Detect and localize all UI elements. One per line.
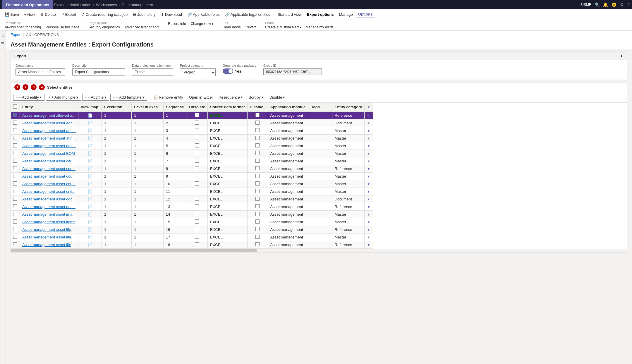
obsolete-checkbox[interactable] bbox=[195, 197, 199, 201]
doc-icon[interactable]: 📄 bbox=[88, 235, 92, 239]
obsolete-checkbox[interactable] bbox=[195, 235, 199, 239]
entity-link[interactable]: Asset management asset ima... bbox=[22, 212, 75, 217]
obsolete-checkbox[interactable] bbox=[195, 242, 199, 246]
row-filter-icon[interactable]: ▼ bbox=[367, 137, 370, 140]
row-filter-icon[interactable]: ▼ bbox=[367, 144, 370, 148]
revert-item[interactable]: Revert bbox=[245, 25, 256, 29]
row-obsolete[interactable] bbox=[186, 111, 208, 119]
row-checkbox[interactable] bbox=[13, 128, 17, 132]
obsolete-checkbox[interactable] bbox=[195, 212, 199, 216]
row-obsolete[interactable] bbox=[186, 211, 208, 218]
row-checkbox-cell[interactable] bbox=[11, 111, 20, 119]
row-filter[interactable]: ▼ bbox=[365, 233, 373, 241]
remove-entity-button[interactable]: 📋 Remove entity bbox=[151, 94, 186, 100]
nav-item-datamgmt[interactable]: Data management bbox=[122, 3, 153, 7]
row-disable[interactable] bbox=[247, 165, 268, 173]
row-filter-icon[interactable]: ▼ bbox=[367, 152, 370, 155]
row-disable[interactable] bbox=[247, 119, 268, 127]
table-row[interactable]: Asset management asset criti... 📄 1 1 11… bbox=[11, 188, 373, 195]
disable-checkbox[interactable] bbox=[255, 174, 260, 178]
horizontal-scrollbar[interactable] bbox=[11, 249, 627, 252]
disable-checkbox[interactable] bbox=[255, 212, 260, 216]
always-open-item[interactable]: Always open for editing bbox=[5, 25, 41, 29]
emoji-icon[interactable]: 🙂 bbox=[612, 2, 616, 7]
row-filter-icon[interactable]: ▼ bbox=[367, 213, 370, 216]
read-mode-item[interactable]: Read mode bbox=[223, 25, 241, 29]
export-button[interactable]: ↗ Export bbox=[59, 11, 79, 18]
table-row[interactable]: Asset management asset lifec... 📄 1 1 16… bbox=[11, 226, 373, 233]
entity-link[interactable]: Asset management asset criti... bbox=[22, 189, 75, 194]
row-disable[interactable] bbox=[247, 233, 268, 241]
row-viewmap[interactable]: 📄 bbox=[78, 203, 102, 211]
scrollbar-thumb[interactable] bbox=[11, 249, 257, 252]
doc-icon[interactable]: 📄 bbox=[88, 136, 92, 140]
entity-link[interactable]: Asset management asset agg... bbox=[22, 121, 76, 125]
obsolete-checkbox[interactable] bbox=[195, 121, 199, 125]
row-obsolete[interactable] bbox=[186, 195, 208, 203]
header-checkbox[interactable] bbox=[13, 104, 17, 109]
row-checkbox[interactable] bbox=[13, 242, 17, 246]
row-checkbox-cell[interactable] bbox=[11, 135, 20, 142]
th-checkbox[interactable] bbox=[11, 103, 20, 111]
entity-link[interactable]: Asset management asset cou... bbox=[22, 182, 75, 186]
row-disable[interactable] bbox=[247, 188, 268, 195]
doc-icon[interactable]: 📄 bbox=[88, 182, 92, 186]
th-level[interactable]: Level in exec... bbox=[132, 103, 164, 111]
th-execution[interactable]: Execution ... ↕ bbox=[102, 103, 132, 111]
new-button[interactable]: + New bbox=[22, 11, 37, 18]
row-obsolete[interactable] bbox=[186, 241, 208, 249]
doc-icon[interactable]: 📄 bbox=[88, 121, 92, 125]
row-filter[interactable]: ▼ bbox=[365, 203, 373, 211]
row-checkbox-cell[interactable] bbox=[11, 211, 20, 218]
entity-link[interactable]: Asset management asset BOM bbox=[22, 151, 75, 156]
row-viewmap[interactable]: 📄 bbox=[78, 218, 102, 226]
row-checkbox-cell[interactable] bbox=[11, 241, 20, 249]
th-sequence[interactable]: Sequence bbox=[163, 103, 186, 111]
delete-button[interactable]: 🗑 Delete bbox=[38, 11, 58, 18]
help-icon[interactable]: ? bbox=[627, 2, 630, 7]
row-viewmap[interactable]: 📄 bbox=[78, 180, 102, 188]
row-filter-icon[interactable]: ▼ bbox=[367, 129, 370, 133]
th-source[interactable]: Source data format bbox=[208, 103, 247, 111]
disable-checkbox[interactable] bbox=[255, 166, 260, 170]
disable-checkbox[interactable] bbox=[255, 227, 260, 231]
row-disable[interactable] bbox=[247, 111, 268, 119]
row-filter-icon[interactable]: ▼ bbox=[367, 228, 370, 231]
row-filter[interactable]: ▼ bbox=[365, 226, 373, 233]
disable-checkbox[interactable] bbox=[255, 235, 260, 239]
resequence-button[interactable]: Resequence ▾ bbox=[216, 94, 245, 100]
add-multiple-button[interactable]: + + Add multiple ▾ bbox=[46, 94, 81, 101]
row-checkbox[interactable] bbox=[13, 181, 17, 186]
row-disable[interactable] bbox=[247, 218, 268, 226]
disable-checkbox[interactable] bbox=[255, 197, 260, 201]
entity-link[interactable]: Asset management allowed a... bbox=[22, 113, 75, 118]
row-viewmap[interactable]: 📄 bbox=[78, 142, 102, 150]
row-viewmap[interactable]: 📄 bbox=[78, 195, 102, 203]
row-checkbox[interactable] bbox=[13, 219, 17, 224]
row-obsolete[interactable] bbox=[186, 127, 208, 135]
table-row[interactable]: Asset management asset cou... 📄 1 1 10 E… bbox=[11, 180, 373, 188]
doc-icon[interactable]: 📄 bbox=[88, 159, 92, 163]
row-checkbox[interactable] bbox=[13, 212, 17, 216]
doc-icon[interactable]: 📄 bbox=[88, 113, 92, 118]
obsolete-checkbox[interactable] bbox=[195, 204, 199, 208]
disable-checkbox[interactable] bbox=[255, 143, 260, 147]
row-checkbox[interactable] bbox=[13, 235, 17, 239]
row-checkbox-cell[interactable] bbox=[11, 195, 20, 203]
row-obsolete[interactable] bbox=[186, 142, 208, 150]
disable-checkbox[interactable] bbox=[255, 219, 260, 224]
disable-checkbox[interactable] bbox=[255, 121, 260, 125]
disable-checkbox[interactable] bbox=[255, 204, 260, 208]
disable-checkbox[interactable] bbox=[255, 189, 260, 193]
doc-icon[interactable]: 📄 bbox=[88, 212, 92, 217]
entity-link[interactable]: Asset management asset lifec... bbox=[22, 235, 76, 239]
row-viewmap[interactable]: 📄 bbox=[78, 119, 102, 127]
table-row[interactable]: Asset management asset doc... 📄 1 1 12 E… bbox=[11, 195, 373, 203]
entity-link[interactable]: Asset management asset items bbox=[22, 220, 75, 224]
nav-item-sysadmin[interactable]: System administration bbox=[54, 3, 91, 7]
row-checkbox[interactable] bbox=[13, 113, 17, 117]
settings-icon[interactable]: ⚙ bbox=[620, 2, 624, 7]
doc-icon[interactable]: 📄 bbox=[88, 128, 92, 133]
table-row[interactable]: Asset management asset attri... 📄 1 1 5 … bbox=[11, 142, 373, 150]
th-entity[interactable]: Entity bbox=[20, 103, 78, 111]
